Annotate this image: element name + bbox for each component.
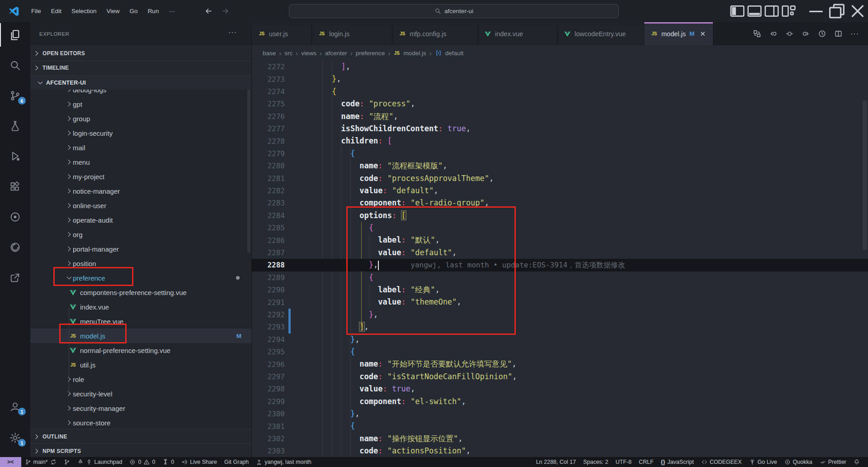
next-change-icon[interactable]: [800, 28, 812, 40]
file-history-icon[interactable]: [816, 28, 828, 40]
menu-overflow[interactable]: ···: [164, 5, 180, 18]
tab-login-js[interactable]: JSlogin.js: [312, 22, 392, 45]
code-line-2295[interactable]: 2295 {: [252, 346, 868, 358]
code-line-2293[interactable]: 2293 ],: [252, 321, 868, 333]
tree-item-role[interactable]: role: [30, 372, 251, 386]
toggle-sidebar-icon[interactable]: [729, 0, 746, 22]
status-problems[interactable]: 00: [126, 457, 159, 467]
breadcrumb[interactable]: base›src›views›afcenter›preference›JSmod…: [252, 45, 868, 61]
menu-edit[interactable]: Edit: [46, 5, 66, 18]
explorer-more-actions-icon[interactable]: ···: [228, 29, 237, 37]
code-line-2297[interactable]: 2297 code: "isStartNodeCanFillOpinion",: [252, 371, 868, 383]
tree-item-index-vue[interactable]: index.vue: [30, 300, 251, 314]
tree-item-preference[interactable]: preference: [30, 271, 251, 285]
code-line-2290[interactable]: 2290 label: "经典",: [252, 284, 868, 296]
activity-codegeex[interactable]: [0, 235, 30, 259]
sidebar-scrollbar[interactable]: [247, 76, 250, 253]
code-line-2289[interactable]: 2289 {: [252, 272, 868, 284]
code-line-2273[interactable]: 2273 },: [252, 73, 868, 85]
menu-view[interactable]: View: [102, 5, 125, 18]
command-center-search[interactable]: afcenter-ui: [289, 4, 619, 18]
code-line-2281[interactable]: 2281 code: "processApprovalTheme",: [252, 172, 868, 185]
status-language[interactable]: {}JavaScript: [657, 457, 698, 467]
tab-lowcodeEntry-vue[interactable]: lowcodeEntry.vue: [557, 22, 644, 45]
menu-run[interactable]: Run: [143, 5, 164, 18]
activity-run-debug[interactable]: [0, 144, 30, 168]
code-line-2277[interactable]: 2277 isShowChildrenContent: true,: [252, 123, 868, 135]
code-line-2294[interactable]: 2294 },: [252, 334, 868, 346]
tab-user-js[interactable]: JSuser.js: [252, 22, 312, 45]
activity-source-control[interactable]: 6: [0, 84, 30, 107]
tree-item-menuTree-vue[interactable]: menuTree.vue: [30, 314, 251, 329]
tree-item-gpt[interactable]: gpt: [30, 97, 251, 111]
open-changes-icon[interactable]: [751, 28, 763, 40]
nav-forward-icon[interactable]: [221, 7, 230, 15]
activity-search[interactable]: [0, 53, 30, 77]
activity-testing-flask[interactable]: [0, 114, 30, 138]
tree-item-security-manager[interactable]: security-manager: [30, 401, 251, 415]
status-launchpad[interactable]: Launchpad: [74, 457, 126, 467]
code-editor[interactable]: 2272 ],2273 },2274 {2275 code: "process"…: [252, 61, 868, 457]
code-line-2275[interactable]: 2275 code: "process",: [252, 98, 868, 110]
status-remote-indicator[interactable]: ><: [0, 457, 21, 467]
activity-files[interactable]: [0, 23, 30, 47]
tree-item-model-js[interactable]: JSmodel.jsM: [30, 329, 251, 343]
code-line-2292[interactable]: 2292 },: [252, 309, 868, 321]
code-line-2279[interactable]: 2279 {: [252, 148, 868, 160]
tree-item-login-security[interactable]: login-security: [30, 126, 251, 140]
tab-model-js[interactable]: JSmodel.jsM✕: [644, 22, 713, 45]
status-go-live[interactable]: Go Live: [745, 457, 781, 467]
code-line-2278[interactable]: 2278 children: [: [252, 135, 868, 147]
tree-item-my-project[interactable]: my-project: [30, 169, 251, 184]
status-eol[interactable]: CRLF: [635, 457, 657, 467]
code-line-2300[interactable]: 2300 },: [252, 408, 868, 420]
code-line-2288[interactable]: 2288 },yangwj, last month • update:EOS-3…: [252, 259, 868, 271]
code-line-2283[interactable]: 2283 component: "el-radio-group",: [252, 197, 868, 209]
status-gitlens-blame[interactable]: yangwj, last month: [252, 457, 315, 467]
minimize-button[interactable]: [806, 0, 826, 22]
status-quokka[interactable]: Quokka: [781, 457, 816, 467]
code-line-2291[interactable]: 2291 value: "themeOne",: [252, 296, 868, 308]
tree-item-operate-audit[interactable]: operate-audit: [30, 213, 251, 227]
toggle-secondary-sidebar-icon[interactable]: [763, 0, 780, 22]
status-indentation[interactable]: Spaces: 2: [580, 457, 612, 467]
code-line-2272[interactable]: 2272 ],: [252, 61, 868, 73]
tree-item-online-user[interactable]: online-user: [30, 198, 251, 213]
status-git-branch[interactable]: main*: [21, 457, 60, 467]
close-button[interactable]: [847, 0, 868, 22]
status-live-share[interactable]: Live Share: [178, 457, 221, 467]
split-editor-icon[interactable]: [832, 28, 844, 40]
code-line-2301[interactable]: 2301 {: [252, 420, 868, 432]
status-prettier[interactable]: Prettier: [816, 457, 850, 467]
code-line-2287[interactable]: 2287 value: "default",: [252, 247, 868, 259]
code-line-2274[interactable]: 2274 {: [252, 86, 868, 98]
menu-file[interactable]: File: [26, 5, 46, 18]
section-open-editors[interactable]: OPEN EDITORS: [30, 46, 251, 60]
code-line-2284[interactable]: 2284 options: [: [252, 210, 868, 222]
tab-close-icon[interactable]: ✕: [700, 30, 706, 38]
section-outline[interactable]: OUTLINE: [30, 429, 251, 443]
status-cursor-position[interactable]: Ln 2288, Col 17: [533, 457, 580, 467]
code-line-2298[interactable]: 2298 value: true,: [252, 383, 868, 395]
code-line-2303[interactable]: 2303 code: "actionsPosition",: [252, 445, 868, 457]
tree-item-util-js[interactable]: JSutil.js: [30, 357, 251, 372]
code-line-2299[interactable]: 2299 component: "el-switch",: [252, 396, 868, 408]
activity-extensions[interactable]: [0, 175, 30, 198]
status-codegeex[interactable]: CODEGEEX: [698, 457, 745, 467]
code-line-2285[interactable]: 2285 {: [252, 222, 868, 234]
code-line-2276[interactable]: 2276 name: "流程",: [252, 110, 868, 123]
code-line-2296[interactable]: 2296 name: "开始环节是否要默认允许填写意见",: [252, 358, 868, 370]
code-line-2286[interactable]: 2286 label: "默认",: [252, 234, 868, 246]
project-root-row[interactable]: AFCENTER-UI: [30, 75, 251, 90]
breadcrumb-item[interactable]: base: [263, 50, 276, 57]
tree-item-security-level[interactable]: security-level: [30, 386, 251, 401]
breadcrumb-item[interactable]: default: [445, 50, 464, 57]
status-encoding[interactable]: UTF-8: [612, 457, 635, 467]
tree-item-mail[interactable]: mail: [30, 140, 251, 155]
tree-item-position[interactable]: position: [30, 256, 251, 271]
status-git-graph[interactable]: Git Graph: [221, 457, 252, 467]
tree-item-menu[interactable]: menu: [30, 155, 251, 169]
tree-item-notice-manager[interactable]: notice-manager: [30, 184, 251, 198]
customize-layout-icon[interactable]: [780, 0, 797, 22]
previous-change-icon[interactable]: [767, 28, 779, 40]
